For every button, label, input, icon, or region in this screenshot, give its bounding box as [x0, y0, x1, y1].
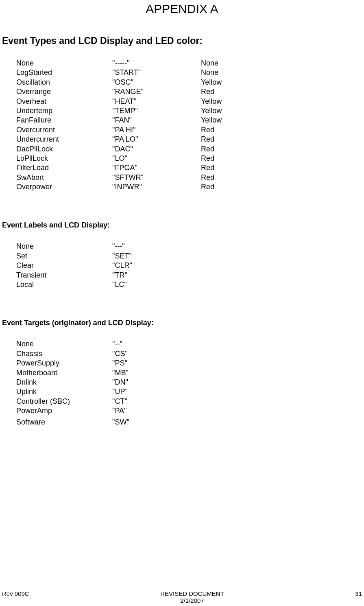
- lcd-display: "SET": [112, 252, 201, 261]
- lcd-display: "LO": [112, 154, 201, 163]
- led-color: Red: [201, 173, 214, 182]
- lcd-display: "INPWR": [112, 182, 201, 192]
- led-color: None: [201, 59, 218, 68]
- led-color: Yellow: [201, 116, 222, 125]
- lcd-display: "SFTWR": [112, 173, 201, 182]
- lcd-display: "-----": [112, 59, 201, 68]
- lcd-display: "---": [112, 242, 201, 251]
- led-color: Red: [201, 163, 214, 173]
- event-type: LogStarted: [16, 68, 112, 77]
- lcd-display: "RANGE": [112, 87, 201, 96]
- section2-title: Event Labels and LCD Display:: [2, 221, 364, 230]
- lcd-display: "OSC": [112, 78, 201, 87]
- event-type: Overpower: [16, 182, 112, 192]
- event-target: Chassis: [16, 349, 112, 359]
- event-label: Set: [16, 252, 112, 261]
- lcd-display: "HEAT": [112, 97, 201, 106]
- table-row: FanFailure"FAN"Yellow: [16, 116, 364, 125]
- lcd-display: "CT": [112, 397, 201, 406]
- lcd-display: "MB": [112, 368, 201, 378]
- event-type: Overcurrent: [16, 125, 112, 135]
- event-target: Dnlink: [16, 378, 112, 387]
- lcd-display: "CS": [112, 349, 201, 359]
- table-row: Controller (SBC) "CT": [16, 397, 364, 406]
- lcd-display: "PA LO": [112, 135, 201, 144]
- lcd-display: "SW": [112, 418, 201, 427]
- event-target: None: [16, 339, 112, 349]
- event-type: LoPllLock: [16, 154, 112, 163]
- section1-title: Event Types and LCD Display and LED colo…: [2, 35, 364, 46]
- lcd-display: "DAC": [112, 144, 201, 154]
- lcd-display: "PA HI": [112, 125, 201, 135]
- table-row: Transient"TR": [16, 271, 364, 280]
- event-target: Controller (SBC): [16, 397, 112, 406]
- table-row: Oscillation"OSC"Yellow: [16, 78, 364, 87]
- footer-revised: REVISED DOCUMENT: [160, 590, 224, 597]
- table-row: Overheat"HEAT"Yellow: [16, 97, 364, 106]
- lcd-display: "START": [112, 68, 201, 77]
- section3-table: None"--" Chassis"CS" PowerSupply"PS" Mot…: [16, 339, 364, 427]
- lcd-display: "PS": [112, 359, 201, 368]
- table-row: Overrange"RANGE"Red: [16, 87, 364, 96]
- event-target: Uplink: [16, 387, 112, 396]
- page-number: 31: [355, 590, 362, 604]
- led-color: Red: [201, 144, 214, 154]
- table-row: PowerAmp"PA": [16, 406, 364, 416]
- lcd-display: "UP": [112, 387, 201, 396]
- table-row: Overpower"INPWR"Red: [16, 182, 364, 192]
- event-type: FanFailure: [16, 116, 112, 125]
- lcd-display: "--": [112, 339, 201, 349]
- event-target: PowerAmp: [16, 406, 112, 416]
- table-row: Overcurrent"PA HI"Red: [16, 125, 364, 135]
- led-color: Yellow: [201, 78, 222, 87]
- table-row: PowerSupply"PS": [16, 359, 364, 368]
- lcd-display: "FPGA": [112, 163, 201, 173]
- section1-table: None"-----"None LogStarted"START"None Os…: [16, 59, 364, 192]
- lcd-display: "DN": [112, 378, 201, 387]
- table-row: LoPllLock"LO"Red: [16, 154, 364, 163]
- event-type: Overrange: [16, 87, 112, 96]
- table-row: Motherboard"MB": [16, 368, 364, 378]
- footer-rev: Rev 009C: [2, 590, 29, 604]
- lcd-display: "CLR": [112, 261, 201, 270]
- led-color: Red: [201, 87, 214, 96]
- event-target: Motherboard: [16, 368, 112, 378]
- event-type: Undertemp: [16, 106, 112, 116]
- led-color: Red: [201, 125, 214, 135]
- lcd-display: "FAN": [112, 116, 201, 125]
- led-color: Red: [201, 182, 214, 192]
- table-row: FilterLoad"FPGA"Red: [16, 163, 364, 173]
- lcd-display: "LC": [112, 280, 201, 289]
- led-color: Red: [201, 154, 214, 163]
- section3-title: Event Targets (originator) and LCD Displ…: [2, 319, 364, 327]
- event-type: Overheat: [16, 97, 112, 106]
- lcd-display: "PA": [112, 406, 201, 416]
- event-label: Local: [16, 280, 112, 289]
- led-color: None: [201, 68, 218, 77]
- footer: Rev 009C REVISED DOCUMENT 2/1/2007 31: [0, 590, 364, 604]
- table-row: Undercurrent"PA LO"Red: [16, 135, 364, 144]
- table-row: Clear"CLR": [16, 261, 364, 270]
- event-type: DacPllLock: [16, 144, 112, 154]
- event-type: Oscillation: [16, 78, 112, 87]
- footer-center: REVISED DOCUMENT 2/1/2007: [160, 590, 224, 604]
- table-row: Software"SW": [16, 418, 364, 427]
- lcd-display: "TEMP": [112, 106, 201, 116]
- table-row: None"---": [16, 242, 364, 251]
- event-type: FilterLoad: [16, 163, 112, 173]
- event-type: Undercurrent: [16, 135, 112, 144]
- event-label: Transient: [16, 271, 112, 280]
- table-row: DacPllLock"DAC"Red: [16, 144, 364, 154]
- table-row: Set"SET": [16, 252, 364, 261]
- footer-date: 2/1/2007: [160, 597, 224, 604]
- section2-table: None"---" Set"SET" Clear"CLR" Transient"…: [16, 242, 364, 289]
- table-row: None"--": [16, 339, 364, 349]
- table-row: Undertemp"TEMP"Yellow: [16, 106, 364, 116]
- event-type: SwAbort: [16, 173, 112, 182]
- table-row: LogStarted"START"None: [16, 68, 364, 77]
- event-target: PowerSupply: [16, 359, 112, 368]
- table-row: Chassis"CS": [16, 349, 364, 359]
- event-target: Software: [16, 418, 112, 427]
- event-label: Clear: [16, 261, 112, 270]
- led-color: Yellow: [201, 97, 222, 106]
